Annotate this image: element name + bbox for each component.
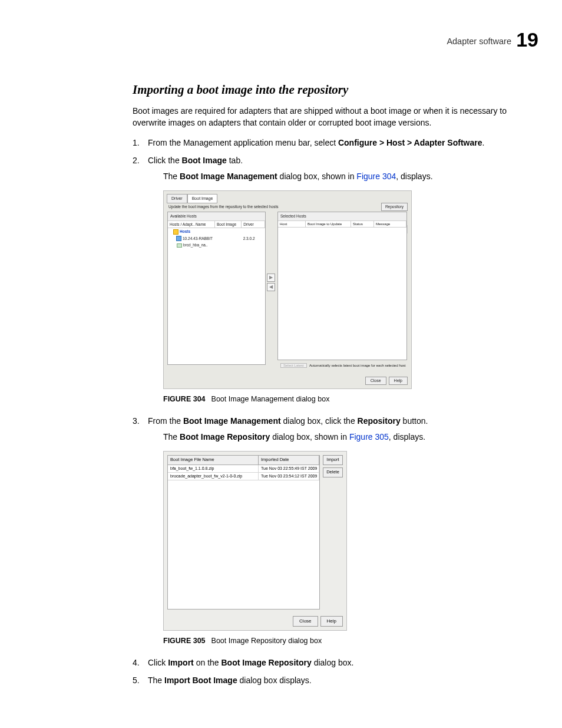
transfer-buttons: ▶ ◀ bbox=[267, 274, 275, 292]
col-driver[interactable]: Driver bbox=[242, 221, 265, 228]
selected-hosts-pane: Selected Hosts Host Boot Image to Update… bbox=[277, 212, 407, 360]
adapter-icon bbox=[177, 243, 182, 248]
select-latest-button[interactable]: Select Latest bbox=[280, 363, 307, 368]
tree-root[interactable]: Hosts bbox=[168, 228, 265, 235]
tree-adapter[interactable]: brcd_hba_na.. bbox=[168, 242, 265, 248]
figure-305-caption: FIGURE 305Boot Image Repository dialog b… bbox=[163, 635, 515, 646]
tree-host[interactable]: 10.24.43-RABBIT 2.3.0.2 bbox=[168, 235, 265, 242]
figure-304-caption: FIGURE 304Boot Image Management dialog b… bbox=[163, 394, 515, 404]
table-row[interactable]: brocade_adapter_boot_fw_v2-1-0-0.zip Tue… bbox=[168, 473, 319, 480]
table-row[interactable]: bfa_boot_fw_1.1.0.8.zip Tue Nov 03 22:55… bbox=[168, 465, 319, 473]
boot-image-management-dialog: Driver Boot Image Update the boot images… bbox=[163, 190, 412, 389]
step-5: 5. The Import Boot Image dialog box disp… bbox=[133, 674, 515, 686]
chapter-number: 19 bbox=[516, 28, 538, 51]
host-icon bbox=[176, 236, 181, 241]
step-3-sub: The Boot Image Repository dialog box, sh… bbox=[163, 431, 515, 443]
col-boot-image[interactable]: Boot Image bbox=[215, 221, 242, 228]
step-3: 3. From the Boot Image Management dialog… bbox=[133, 415, 515, 646]
steps-list: 1. From the Management application menu … bbox=[133, 137, 515, 686]
close-button[interactable]: Close bbox=[365, 377, 386, 385]
figure-304-link[interactable]: Figure 304 bbox=[356, 172, 396, 181]
close-button[interactable]: Close bbox=[293, 616, 318, 627]
step-1: 1. From the Management application menu … bbox=[133, 137, 515, 149]
available-hosts-pane: Available Hosts Hosts / Adapt.. Name Boo… bbox=[167, 212, 266, 365]
tab-boot-image[interactable]: Boot Image bbox=[187, 194, 218, 203]
import-button[interactable]: Import bbox=[323, 455, 343, 465]
col-boot-image-update[interactable]: Boot Image to Update bbox=[306, 221, 351, 228]
step-2-sub: The Boot Image Management dialog box, sh… bbox=[163, 170, 515, 182]
tab-driver[interactable]: Driver bbox=[167, 194, 187, 203]
col-file-name[interactable]: Boot Image File Name bbox=[168, 456, 259, 465]
step-2: 2. Click the Boot Image tab. The Boot Im… bbox=[133, 154, 515, 404]
col-message[interactable]: Message bbox=[374, 221, 406, 228]
move-left-button[interactable]: ◀ bbox=[267, 283, 275, 291]
dialog-hint: Update the boot images from the reposito… bbox=[168, 204, 278, 209]
repo-table: Boot Image File Name Imported Date bfa_b… bbox=[167, 455, 320, 610]
col-hosts[interactable]: Hosts / Adapt.. Name bbox=[168, 221, 215, 228]
folder-icon bbox=[173, 229, 178, 235]
move-right-button[interactable]: ▶ bbox=[267, 274, 275, 282]
col-imported-date[interactable]: Imported Date bbox=[259, 456, 319, 465]
page: Adapter software 19 Importing a boot ima… bbox=[0, 0, 562, 728]
section-title: Importing a boot image into the reposito… bbox=[133, 83, 515, 97]
step-4: 4. Click Import on the Boot Image Reposi… bbox=[133, 657, 515, 668]
intro-paragraph: Boot images are required for adapters th… bbox=[133, 106, 515, 129]
delete-button[interactable]: Delete bbox=[323, 467, 343, 477]
select-latest-row: Select Latest Automatically selects late… bbox=[280, 363, 406, 368]
repository-button[interactable]: Repository bbox=[381, 203, 408, 210]
running-header: Adapter software bbox=[447, 37, 511, 46]
boot-image-repository-dialog: Boot Image File Name Imported Date bfa_b… bbox=[163, 451, 347, 631]
help-button[interactable]: Help bbox=[320, 616, 343, 627]
col-status[interactable]: Status bbox=[351, 221, 374, 228]
col-host[interactable]: Host bbox=[278, 221, 306, 228]
figure-305-link[interactable]: Figure 305 bbox=[349, 432, 389, 442]
help-button[interactable]: Help bbox=[389, 377, 408, 385]
